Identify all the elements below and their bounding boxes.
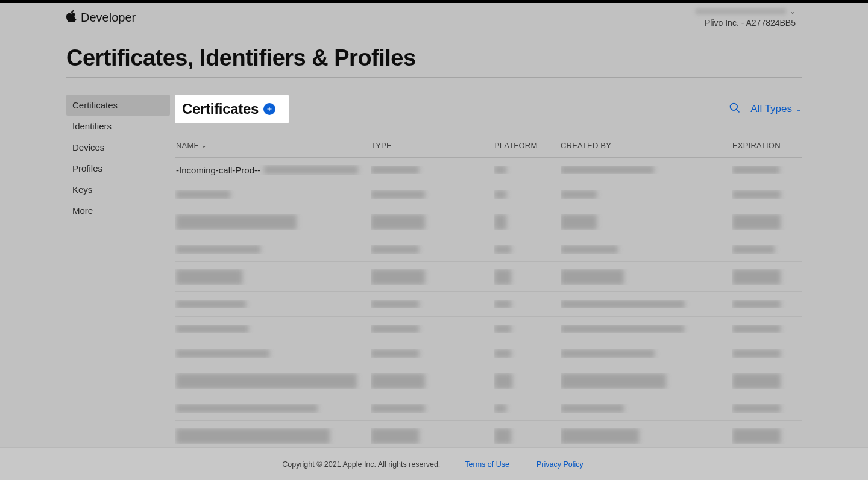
redacted-value — [494, 404, 506, 413]
redacted-value — [371, 404, 425, 413]
redacted-value — [371, 245, 419, 254]
redacted-value — [371, 269, 425, 285]
footer-copyright: Copyright © 2021 Apple Inc. All rights r… — [282, 460, 440, 469]
redacted-value — [561, 166, 654, 174]
footer-divider-icon — [451, 460, 451, 469]
cell-text: -Incoming-call-Prod-- — [176, 165, 260, 175]
redacted-value — [494, 166, 506, 174]
col-expiration-header[interactable]: EXPIRATION — [732, 141, 802, 150]
col-type-header[interactable]: TYPE — [371, 141, 494, 150]
redacted-value — [561, 214, 597, 230]
table-row[interactable] — [175, 292, 802, 317]
type-filter-dropdown[interactable]: All Types ⌄ — [750, 103, 802, 115]
redacted-value — [561, 373, 666, 389]
global-header: Developer ⌄ Plivo Inc. - A277824BB5 — [0, 3, 868, 33]
table-row[interactable] — [175, 262, 802, 292]
redacted-value — [494, 373, 512, 389]
page-footer: Copyright © 2021 Apple Inc. All rights r… — [0, 447, 868, 480]
sidebar: CertificatesIdentifiersDevicesProfilesKe… — [66, 95, 170, 476]
redacted-value — [371, 214, 425, 230]
svg-point-0 — [731, 104, 738, 111]
col-name-header[interactable]: NAME ⌄ — [175, 141, 371, 150]
table-row[interactable]: -Incoming-call-Prod-- — [175, 158, 802, 182]
redacted-value — [732, 373, 781, 389]
redacted-value — [371, 190, 425, 199]
chevron-down-icon: ⌄ — [796, 105, 802, 113]
table-row[interactable] — [175, 182, 802, 207]
panel-title-card: Certificates — [175, 95, 289, 123]
sidebar-item-keys[interactable]: Keys — [66, 179, 170, 200]
redacted-value — [176, 404, 318, 413]
redacted-value — [494, 214, 506, 230]
type-filter-label: All Types — [750, 103, 792, 115]
table-row[interactable] — [175, 237, 802, 262]
account-name-redacted — [696, 8, 786, 14]
redacted-value — [371, 373, 425, 389]
footer-divider-icon — [523, 460, 523, 469]
redacted-value — [176, 428, 330, 444]
footer-terms-link[interactable]: Terms of Use — [462, 460, 512, 469]
sidebar-item-devices[interactable]: Devices — [66, 137, 170, 158]
brand[interactable]: Developer — [66, 10, 136, 25]
redacted-value — [264, 166, 358, 174]
redacted-value — [561, 349, 655, 358]
search-button[interactable] — [729, 102, 741, 116]
redacted-value — [494, 245, 511, 254]
redacted-value — [732, 428, 781, 444]
redacted-value — [732, 166, 779, 174]
redacted-value — [561, 428, 639, 444]
redacted-value — [732, 325, 781, 333]
table-row[interactable] — [175, 421, 802, 451]
redacted-value — [371, 325, 419, 333]
chevron-down-icon: ⌄ — [790, 6, 796, 17]
main-panel: Certificates All Types ⌄ — [175, 95, 802, 476]
redacted-value — [494, 428, 511, 444]
redacted-value — [732, 245, 775, 254]
table-row[interactable] — [175, 366, 802, 396]
redacted-value — [561, 404, 624, 413]
redacted-value — [371, 166, 419, 174]
redacted-value — [176, 325, 248, 333]
sidebar-item-profiles[interactable]: Profiles — [66, 158, 170, 179]
redacted-value — [494, 349, 511, 358]
account-switcher[interactable]: ⌄ Plivo Inc. - A277824BB5 — [696, 6, 796, 30]
sidebar-item-certificates[interactable]: Certificates — [66, 95, 170, 116]
brand-label: Developer — [81, 11, 136, 25]
table-row[interactable] — [175, 207, 802, 237]
certificates-table: NAME ⌄ TYPE PLATFORM CREATED BY EXPIRATI… — [175, 132, 802, 476]
col-platform-header[interactable]: PLATFORM — [494, 141, 561, 150]
sidebar-item-more[interactable]: More — [66, 200, 170, 221]
redacted-value — [176, 373, 357, 389]
redacted-value — [732, 349, 781, 358]
table-header: NAME ⌄ TYPE PLATFORM CREATED BY EXPIRATI… — [175, 132, 802, 158]
redacted-value — [371, 349, 419, 358]
redacted-value — [176, 245, 260, 254]
sort-chevron-icon: ⌄ — [201, 142, 206, 149]
redacted-value — [561, 245, 618, 254]
redacted-value — [732, 214, 781, 230]
org-line: Plivo Inc. - A277824BB5 — [696, 17, 796, 30]
redacted-value — [176, 269, 242, 285]
redacted-value — [494, 300, 511, 308]
add-certificate-button[interactable] — [263, 103, 275, 115]
redacted-value — [732, 404, 781, 413]
col-createdby-header[interactable]: CREATED BY — [561, 141, 732, 150]
page-title: Certificates, Identifiers & Profiles — [66, 39, 802, 78]
redacted-value — [176, 190, 230, 199]
redacted-value — [561, 190, 597, 199]
redacted-value — [732, 190, 781, 199]
table-row[interactable] — [175, 341, 802, 366]
redacted-value — [176, 349, 269, 358]
redacted-value — [494, 190, 506, 199]
redacted-value — [494, 325, 511, 333]
table-row[interactable] — [175, 396, 802, 421]
sidebar-item-identifiers[interactable]: Identifiers — [66, 116, 170, 137]
redacted-value — [561, 300, 685, 308]
redacted-value — [494, 269, 511, 285]
redacted-value — [561, 269, 624, 285]
table-row[interactable] — [175, 317, 802, 341]
redacted-value — [732, 300, 781, 308]
redacted-value — [371, 300, 419, 308]
footer-privacy-link[interactable]: Privacy Policy — [534, 460, 586, 469]
redacted-value — [561, 325, 684, 333]
